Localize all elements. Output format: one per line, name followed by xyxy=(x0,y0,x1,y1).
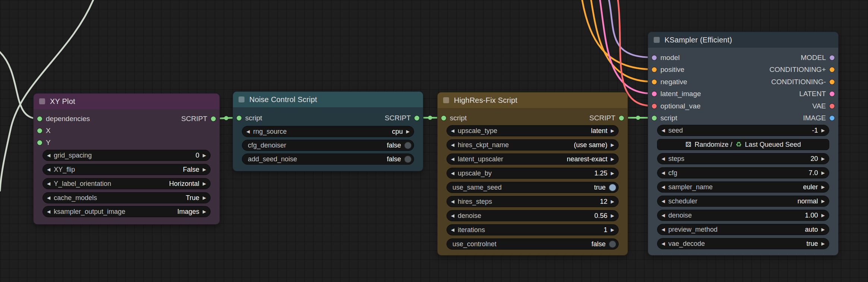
widget-sampler-name[interactable]: ◀ sampler_name euler ▶ xyxy=(657,181,829,193)
input-port-script[interactable] xyxy=(441,116,446,121)
output-port-script[interactable] xyxy=(211,117,216,121)
decrement-arrow-icon[interactable]: ◀ xyxy=(451,199,454,204)
decrement-arrow-icon[interactable]: ◀ xyxy=(662,185,665,189)
decrement-arrow-icon[interactable]: ◀ xyxy=(47,167,50,172)
noise-control-title-bar[interactable]: Noise Control Script xyxy=(233,92,423,107)
output-port-vae[interactable] xyxy=(830,104,834,109)
increment-arrow-icon[interactable]: ▶ xyxy=(611,171,614,175)
decrement-arrow-icon[interactable]: ◀ xyxy=(451,171,454,175)
increment-arrow-icon[interactable]: ▶ xyxy=(203,153,206,158)
widget-ksampler-output-image[interactable]: ◀ ksampler_output_image Images ▶ xyxy=(42,206,211,217)
widget-grid-spacing[interactable]: ◀ grid_spacing 0 ▶ xyxy=(42,150,211,161)
widget-denoise[interactable]: ◀ denoise 0.56 ▶ xyxy=(446,210,619,221)
widget-denoise[interactable]: ◀ denoise 1.00 ▶ xyxy=(657,210,829,221)
node-ksampler-efficient[interactable]: KSampler (Efficient) model MODEL positiv… xyxy=(648,32,839,256)
decrement-arrow-icon[interactable]: ◀ xyxy=(451,213,454,218)
input-port-dependencies[interactable] xyxy=(37,117,42,121)
increment-arrow-icon[interactable]: ▶ xyxy=(611,228,614,232)
input-port-latent-image[interactable] xyxy=(652,92,657,96)
decrement-arrow-icon[interactable]: ◀ xyxy=(662,156,665,161)
input-port-script[interactable] xyxy=(652,116,657,121)
widget-scheduler[interactable]: ◀ scheduler normal ▶ xyxy=(657,196,829,207)
increment-arrow-icon[interactable]: ▶ xyxy=(821,199,825,203)
increment-arrow-icon[interactable]: ▶ xyxy=(203,181,206,186)
increment-arrow-icon[interactable]: ▶ xyxy=(611,199,614,204)
link-dot[interactable] xyxy=(636,116,640,120)
widget-use-controlnet[interactable]: use_controlnet false xyxy=(446,238,619,250)
increment-arrow-icon[interactable]: ▶ xyxy=(203,209,206,214)
output-port-script[interactable] xyxy=(619,116,624,121)
input-port-x[interactable] xyxy=(37,129,42,133)
decrement-arrow-icon[interactable]: ◀ xyxy=(451,143,454,147)
widget-cfg-denoiser[interactable]: cfg_denoiser false xyxy=(242,140,414,151)
output-port-model[interactable] xyxy=(830,56,834,60)
increment-arrow-icon[interactable]: ▶ xyxy=(611,157,614,161)
ksampler-title-bar[interactable]: KSampler (Efficient) xyxy=(648,32,838,48)
widget-latent-upscaler[interactable]: ◀ latent_upscaler nearest-exact ▶ xyxy=(446,153,619,165)
increment-arrow-icon[interactable]: ▶ xyxy=(406,129,410,134)
widget-upscale-by[interactable]: ◀ upscale_by 1.25 ▶ xyxy=(446,168,619,179)
widget-upscale-type[interactable]: ◀ upscale_type latent ▶ xyxy=(446,125,619,136)
increment-arrow-icon[interactable]: ▶ xyxy=(821,171,825,175)
decrement-arrow-icon[interactable]: ◀ xyxy=(662,171,665,175)
widget-y-label-orientation[interactable]: ◀ Y_label_orientation Horizontal ▶ xyxy=(42,178,211,189)
increment-arrow-icon[interactable]: ▶ xyxy=(821,213,825,218)
xy-plot-title-bar[interactable]: XY Plot xyxy=(34,94,220,109)
widget-cache-models[interactable]: ◀ cache_models True ▶ xyxy=(42,192,211,203)
toggle-knob[interactable] xyxy=(609,184,616,191)
increment-arrow-icon[interactable]: ▶ xyxy=(821,241,825,246)
link-dot[interactable] xyxy=(428,116,432,120)
output-port-conditioning-plus[interactable] xyxy=(830,67,834,72)
link-dot[interactable] xyxy=(224,116,228,120)
decrement-arrow-icon[interactable]: ◀ xyxy=(662,199,665,203)
input-port-optional-vae[interactable] xyxy=(652,104,657,109)
widget-cfg[interactable]: ◀ cfg 7.0 ▶ xyxy=(657,167,829,178)
collapse-box-icon[interactable] xyxy=(39,98,45,104)
widget-add-seed-noise[interactable]: add_seed_noise false xyxy=(242,153,414,165)
link-latent-image[interactable] xyxy=(600,0,652,94)
decrement-arrow-icon[interactable]: ◀ xyxy=(47,196,50,200)
decrement-arrow-icon[interactable]: ◀ xyxy=(451,228,454,232)
increment-arrow-icon[interactable]: ▶ xyxy=(611,143,614,147)
toggle-knob[interactable] xyxy=(404,142,411,149)
collapse-box-icon[interactable] xyxy=(443,97,449,103)
input-port-negative[interactable] xyxy=(652,80,657,85)
input-port-model[interactable] xyxy=(652,56,657,60)
output-port-script[interactable] xyxy=(414,116,419,121)
increment-arrow-icon[interactable]: ▶ xyxy=(821,128,825,133)
widget-steps[interactable]: ◀ steps 20 ▶ xyxy=(657,153,829,164)
decrement-arrow-icon[interactable]: ◀ xyxy=(451,129,454,133)
decrement-arrow-icon[interactable]: ◀ xyxy=(662,213,665,218)
output-port-latent[interactable] xyxy=(830,92,834,96)
decrement-arrow-icon[interactable]: ◀ xyxy=(47,181,50,186)
input-port-script[interactable] xyxy=(237,116,242,121)
widget-hires-ckpt-name[interactable]: ◀ hires_ckpt_name (use same) ▶ xyxy=(446,139,619,150)
node-noise-control-script[interactable]: Noise Control Script script SCRIPT ◀ rng… xyxy=(233,91,423,171)
node-graph-canvas[interactable]: XY Plot dependencies SCRIPT X Y ◀ grid_s… xyxy=(0,0,868,282)
output-port-image[interactable] xyxy=(830,116,834,121)
decrement-arrow-icon[interactable]: ◀ xyxy=(47,209,50,214)
widget-xy-flip[interactable]: ◀ XY_flip False ▶ xyxy=(42,164,211,175)
decrement-arrow-icon[interactable]: ◀ xyxy=(662,227,665,232)
widget-use-same-seed[interactable]: use_same_seed true xyxy=(446,182,619,193)
input-port-positive[interactable] xyxy=(652,67,657,72)
toggle-knob[interactable] xyxy=(404,156,411,163)
collapse-box-icon[interactable] xyxy=(239,96,244,102)
increment-arrow-icon[interactable]: ▶ xyxy=(611,129,614,133)
widget-preview-method[interactable]: ◀ preview_method auto ▶ xyxy=(657,224,829,235)
decrement-arrow-icon[interactable]: ◀ xyxy=(47,153,50,158)
widget-rng-source[interactable]: ◀ rng_source cpu ▶ xyxy=(242,126,414,137)
increment-arrow-icon[interactable]: ▶ xyxy=(611,213,614,218)
widget-hires-steps[interactable]: ◀ hires_steps 12 ▶ xyxy=(446,196,619,207)
decrement-arrow-icon[interactable]: ◀ xyxy=(246,129,250,134)
toggle-knob[interactable] xyxy=(609,241,616,248)
node-xy-plot[interactable]: XY Plot dependencies SCRIPT X Y ◀ grid_s… xyxy=(33,93,220,225)
increment-arrow-icon[interactable]: ▶ xyxy=(203,167,206,172)
decrement-arrow-icon[interactable]: ◀ xyxy=(451,157,454,161)
widget-seed[interactable]: ◀ seed -1 ▶ xyxy=(657,125,829,136)
increment-arrow-icon[interactable]: ▶ xyxy=(203,196,206,200)
node-highres-fix-script[interactable]: HighRes-Fix Script script SCRIPT ◀ upsca… xyxy=(437,92,628,256)
collapse-box-icon[interactable] xyxy=(654,37,660,43)
increment-arrow-icon[interactable]: ▶ xyxy=(821,156,825,161)
input-port-y[interactable] xyxy=(37,140,42,145)
